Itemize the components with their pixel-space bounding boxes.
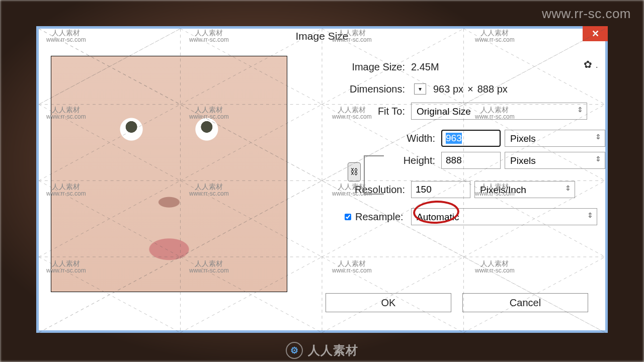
dialog-titlebar[interactable]: Image Size ✕	[39, 29, 605, 44]
constrain-proportions-icon[interactable]: ⛓	[348, 162, 361, 182]
resample-checkbox-label[interactable]: Resample:	[345, 211, 400, 223]
resample-select[interactable]: Automatic	[411, 208, 597, 225]
dimensions-height: 888 px	[477, 83, 508, 95]
brand-logo-icon: ⚙	[286, 342, 303, 359]
height-input[interactable]	[441, 152, 501, 169]
watermark-cell: 人人素材www.rr-sc.com	[475, 260, 515, 275]
resolution-input[interactable]	[411, 181, 470, 198]
resample-checkbox[interactable]	[345, 214, 351, 220]
watermark-cell: 人人素材www.rr-sc.com	[475, 29, 515, 44]
watermark-cell: 人人素材www.rr-sc.com	[46, 29, 86, 44]
close-icon: ✕	[592, 28, 599, 39]
watermark-cell: 人人素材www.rr-sc.com	[189, 260, 229, 275]
watermark-cell: 人人素材www.rr-sc.com	[332, 29, 372, 44]
close-button[interactable]: ✕	[583, 26, 608, 41]
width-input[interactable]	[441, 130, 501, 147]
watermark-cell: 人人素材www.rr-sc.com	[189, 106, 229, 121]
dimensions-label: Dimensions:	[309, 83, 410, 95]
dimensions-times: ×	[467, 83, 473, 95]
cancel-button[interactable]: Cancel	[462, 293, 588, 312]
watermark-cell: 人人素材www.rr-sc.com	[189, 29, 229, 44]
watermark-cell: 人人素材www.rr-sc.com	[46, 183, 86, 198]
dimensions-width: 963 px	[433, 83, 463, 95]
watermark-cell: 人人素材www.rr-sc.com	[475, 106, 515, 121]
gear-icon[interactable]: ✿﹒	[584, 58, 602, 71]
height-label: Height:	[380, 155, 440, 166]
image-size-dialog: Image Size ✕ ✿﹒ Image Size: 2.45M Dimens…	[36, 26, 608, 333]
image-preview[interactable]	[51, 56, 287, 292]
watermark-cell: 人人素材www.rr-sc.com	[46, 260, 86, 275]
watermark-cell: 人人素材www.rr-sc.com	[475, 183, 515, 198]
watermark-cell: 人人素材www.rr-sc.com	[332, 183, 372, 198]
image-size-label: Image Size:	[309, 61, 410, 73]
ok-button[interactable]: OK	[326, 293, 451, 312]
width-unit-select[interactable]: Pixels	[505, 130, 605, 147]
height-unit-select[interactable]: Pixels	[505, 152, 605, 169]
watermark-cell: 人人素材www.rr-sc.com	[189, 183, 229, 198]
resample-label: Resample:	[355, 211, 404, 223]
watermark-cell: 人人素材www.rr-sc.com	[332, 260, 372, 275]
watermark-url: www.rr-sc.com	[542, 6, 631, 22]
footer-brand-text: 人人素材	[308, 342, 358, 358]
watermark-cell: 人人素材www.rr-sc.com	[332, 106, 372, 121]
footer-brand: ⚙ 人人素材	[286, 342, 358, 359]
image-size-value: 2.45M	[410, 61, 439, 73]
dimensions-value: ▾ 963 px × 888 px	[410, 83, 508, 95]
dimensions-unit-toggle[interactable]: ▾	[414, 83, 426, 95]
watermark-cell: 人人素材www.rr-sc.com	[46, 106, 86, 121]
width-label: Width:	[380, 133, 440, 144]
